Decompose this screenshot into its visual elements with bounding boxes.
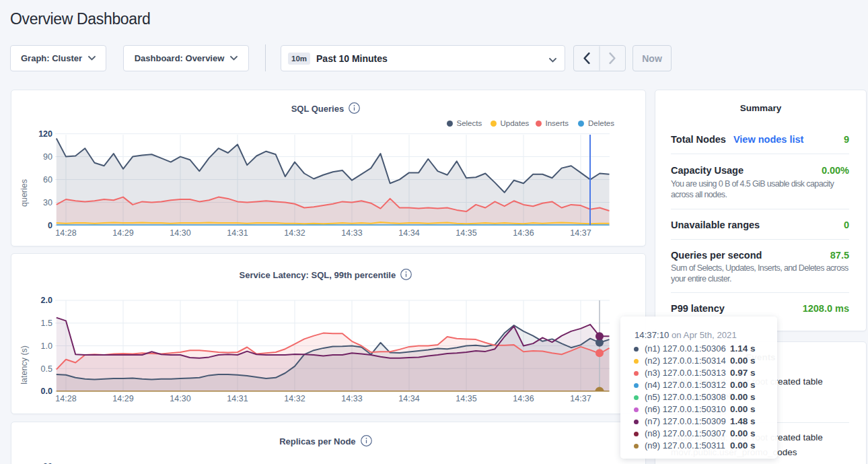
svg-text:1.5: 1.5: [41, 319, 52, 328]
svg-text:14:33: 14:33: [341, 394, 362, 403]
svg-text:2.0: 2.0: [41, 296, 52, 305]
svg-text:14:32: 14:32: [284, 394, 305, 403]
svg-text:latency (s): latency (s): [20, 345, 29, 385]
svg-text:14:36: 14:36: [513, 394, 534, 403]
svg-text:14:28: 14:28: [55, 394, 76, 403]
svg-text:0.0: 0.0: [41, 387, 52, 396]
svg-text:0.5: 0.5: [41, 364, 52, 374]
svg-text:14:31: 14:31: [227, 394, 248, 403]
svg-text:1.0: 1.0: [41, 341, 52, 351]
svg-text:14:35: 14:35: [456, 394, 476, 403]
svg-text:14:37: 14:37: [570, 394, 591, 403]
svg-text:14:34: 14:34: [398, 394, 419, 403]
svg-text:14:29: 14:29: [112, 394, 133, 403]
svg-text:14:30: 14:30: [170, 394, 190, 403]
